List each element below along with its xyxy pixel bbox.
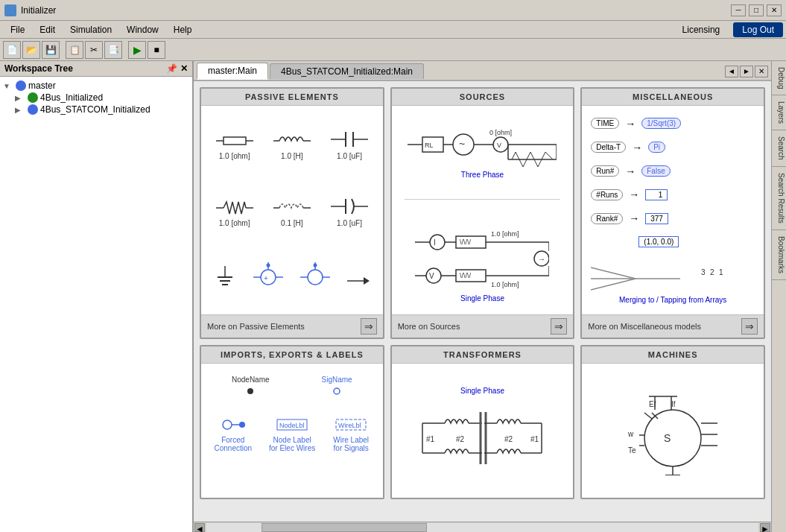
forced-connection-item[interactable]: ForcedConnection [214,414,252,452]
sidebar-search-results[interactable]: Search Results [772,167,787,230]
pi-value[interactable]: Pi [648,142,665,153]
coord-value[interactable]: (1.0, 0.0) [638,236,679,247]
tree-content: ▼ master ▶ 4Bus_Initialized ▶ 4Bus_STATC… [0,77,192,532]
node-name-item[interactable]: NodeName [232,376,270,399]
misc-footer-arrow[interactable]: ⇒ [741,318,758,335]
svg-text:\/\/\/: \/\/\/ [460,272,472,279]
time-label[interactable]: TIME [591,118,619,129]
capacitor-svg [331,128,368,151]
deltat-label[interactable]: Delta-T [591,142,626,153]
open-button[interactable]: 📂 [22,41,40,59]
sig-name-item[interactable]: SigName [322,376,352,399]
svg-text:#1: #1 [426,435,435,443]
tab-scroll-left[interactable]: ◄ [725,66,738,77]
sources-footer[interactable]: More on Sources ⇒ [392,314,574,338]
log-out-button[interactable]: Log Out [733,22,783,37]
resistor-svg [216,132,253,151]
sidebar-layers[interactable]: Layers [772,95,787,130]
sqrt3-value[interactable]: 1/Sqrt(3) [641,118,681,129]
svg-point-48 [430,235,445,250]
arrow-svg [347,270,370,292]
merging-label: Merging to / Tapping from Arrays [591,296,755,304]
maximize-button[interactable]: □ [749,4,764,16]
svg-text:3: 3 [701,268,706,276]
run-label[interactable]: Run# [591,165,619,177]
sidebar-bookmarks[interactable]: Bookmarks [772,230,787,280]
menu-window[interactable]: Window [119,23,166,37]
false-value[interactable]: False [641,165,670,177]
arrow-symbol[interactable] [347,270,370,292]
tree-item-4bus-init[interactable]: ▶ 4Bus_Initialized [3,92,189,104]
menu-file[interactable]: File [3,23,32,37]
resistor-1[interactable]: 1.0 [ohm] [216,132,253,160]
tab-4bus-statcom-main[interactable]: 4Bus_STATCOM_Initialized:Main [270,63,424,79]
svg-point-26 [308,270,323,285]
svg-text:RL: RL [425,142,434,149]
menu-help[interactable]: Help [166,23,200,37]
hscroll-thumb[interactable] [262,523,427,532]
transformers-title: TRANSFORMERS [392,346,574,364]
single-phase-transformer[interactable]: Single Phase [415,387,549,475]
runs-label[interactable]: #Runs [591,189,623,200]
tab-master-main[interactable]: master:Main [197,63,268,80]
passive-elements-footer[interactable]: More on Passive Elements ⇒ [201,314,383,338]
single-phase-item[interactable]: I \/\/\/ 1.0 [ohm] V [396,220,569,303]
new-button[interactable]: 📄 [3,41,21,59]
page-button[interactable]: 📋 [66,41,83,59]
horizontal-scrollbar[interactable]: ◄ ► [194,522,771,532]
wire-label-svg: WireLbl [332,414,370,436]
menu-simulation[interactable]: Simulation [63,23,119,37]
sig-name-svg [326,384,348,399]
node-label-item[interactable]: NodeLbl Node Labelfor Elec Wires [269,414,315,452]
sources-footer-arrow[interactable]: ⇒ [551,318,567,335]
rank-label[interactable]: Rank# [591,213,623,224]
inductor-1[interactable]: 1.0 [H] [273,132,311,160]
svg-point-22 [267,264,270,267]
sidebar-search[interactable]: Search [772,130,787,167]
ground-symbol[interactable] [214,266,236,292]
hscroll-left[interactable]: ◄ [194,523,205,532]
hscroll-right[interactable]: ► [760,523,770,532]
sidebar-debug[interactable]: Debug [772,61,787,95]
copy-button[interactable]: 📑 [104,41,122,59]
workspace-tree-actions: 📌 ✕ [166,63,188,74]
workspace-pin-button[interactable]: 📌 [166,63,177,74]
machines-svg: S Ef If w Te [613,386,732,475]
save-button[interactable]: 💾 [42,41,60,59]
workspace-close-button[interactable]: ✕ [180,63,188,74]
licensing-button[interactable]: Licensing [675,23,728,37]
menu-edit[interactable]: Edit [32,23,63,37]
resistor-2[interactable]: 1.0 [ohm] [216,199,253,227]
tree-label-4bus-statcom: 4Bus_STATCOM_Initialized [40,104,150,115]
canvas-scroll[interactable]: PASSIVE ELEMENTS 1.0 [194,81,771,522]
capacitor2-svg [331,195,368,218]
node-symbol-2[interactable] [300,262,330,292]
node-name-label: NodeName [232,376,270,384]
rank-arrow: → [629,212,639,224]
three-phase-item[interactable]: RL ~ V [396,118,569,179]
misc-footer[interactable]: More on Miscellaneous models ⇒ [582,314,764,338]
tab-scroll-right[interactable]: ► [740,66,753,77]
runs-value[interactable]: 1 [645,189,668,200]
stop-button[interactable]: ■ [148,41,165,59]
rank-value[interactable]: 377 [645,213,668,224]
tree-item-4bus-statcom[interactable]: ▶ 4Bus_STATCOM_Initialized [3,104,189,115]
run-button[interactable]: ▶ [128,41,146,59]
close-button[interactable]: ✕ [767,4,782,16]
inductor-2[interactable]: 0.1 [H] [273,199,311,227]
inductor-1-label: 1.0 [H] [281,152,302,160]
misc-time-row: TIME → 1/Sqrt(3) [591,118,681,130]
tab-close[interactable]: ✕ [755,66,768,77]
resistor2-svg [216,199,253,218]
passive-elements-panel: PASSIVE ELEMENTS 1.0 [200,87,384,339]
hscroll-track[interactable] [206,523,758,532]
minimize-button[interactable]: ─ [731,4,746,16]
expand-icon-2: ▶ [15,94,25,102]
node-symbol-1[interactable]: + [253,262,283,292]
cut-button[interactable]: ✂ [85,41,103,59]
wire-label-item[interactable]: WireLbl Wire Labelfor Signals [332,414,370,452]
capacitor-1[interactable]: 1.0 [uF] [331,128,368,160]
passive-footer-arrow[interactable]: ⇒ [361,318,377,335]
capacitor-2[interactable]: 1.0 [uF] [331,195,368,227]
tree-item-master[interactable]: ▼ master [3,80,189,92]
